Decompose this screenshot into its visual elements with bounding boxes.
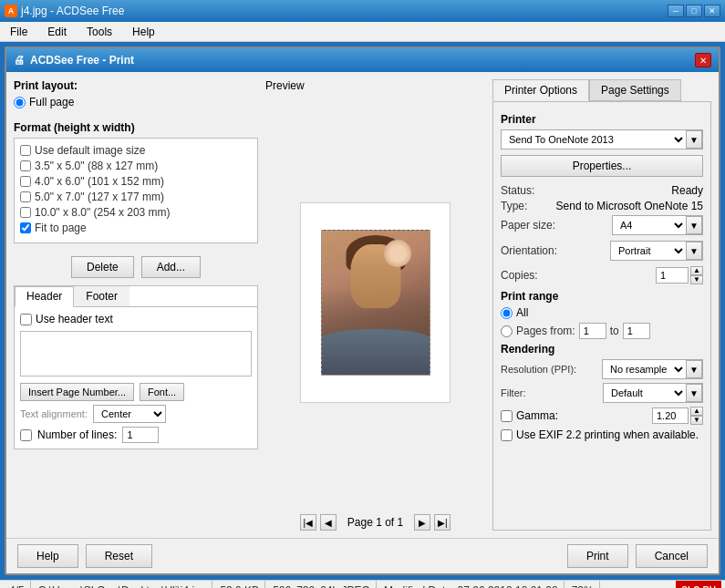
photo-shoulder	[322, 329, 430, 375]
first-page-button[interactable]: |◀	[300, 514, 316, 531]
format-option-0: Use default image size	[20, 144, 252, 157]
copies-down-button[interactable]: ▼	[690, 275, 703, 284]
paper-size-select-wrap: A4LetterLegal ▼	[612, 215, 703, 235]
next-page-button[interactable]: ▶	[414, 514, 430, 531]
gamma-up-button[interactable]: ▲	[690, 407, 703, 416]
resolution-row: Resolution (PPI): No resample72150300 ▼	[501, 359, 703, 379]
font-button[interactable]: Font...	[140, 383, 184, 401]
prev-page-button[interactable]: ◀	[320, 514, 337, 531]
format-btn-row: Delete Add...	[14, 256, 258, 278]
filter-select[interactable]: DefaultBicubicBilinear	[604, 384, 686, 402]
format-checkbox-4[interactable]	[20, 207, 31, 218]
filter-arrow[interactable]: ▼	[686, 384, 702, 402]
format-checkbox-0[interactable]	[20, 145, 31, 156]
orientation-select[interactable]: PortraitLandscape	[611, 242, 686, 260]
full-page-radio-row: Full page	[14, 96, 258, 108]
footer-tab[interactable]: Footer	[74, 286, 129, 306]
last-page-button[interactable]: ▶|	[434, 514, 451, 531]
format-option-4: 10.0" x 8.0" (254 x 203 mm)	[20, 206, 252, 219]
dialog-close-button[interactable]: ✕	[695, 53, 711, 67]
orientation-label: Orientation:	[501, 244, 574, 257]
close-button[interactable]: ✕	[704, 5, 720, 17]
right-panel-content: Printer Send To OneNote 2013 ▼ Propertie…	[492, 102, 711, 531]
paper-size-arrow[interactable]: ▼	[686, 216, 702, 234]
orientation-select-wrap: PortraitLandscape ▼	[610, 241, 703, 261]
gamma-checkbox[interactable]	[501, 410, 513, 422]
title-bar: A j4.jpg - ACDSee Free ─ □ ✕	[0, 0, 725, 22]
resolution-select-wrap: No resample72150300 ▼	[602, 359, 703, 379]
text-alignment-select[interactable]: Center Left Right	[93, 405, 166, 423]
rendering-section: Resolution (PPI): No resample72150300 ▼ …	[501, 359, 703, 441]
photo-face	[350, 244, 400, 308]
preview-photo	[321, 230, 430, 376]
gamma-wrap: ▲ ▼	[652, 407, 703, 425]
use-header-text-label: Use header text	[36, 313, 113, 325]
pages-from-radio[interactable]	[501, 325, 513, 337]
main-window: 🖨 ACDSee Free - Print ✕ Print layout: Fu…	[5, 46, 720, 575]
footer-left-buttons: Help Reset	[17, 544, 152, 568]
printer-icon: 🖨	[14, 54, 25, 67]
menu-tools[interactable]: Tools	[81, 24, 118, 40]
use-header-text-checkbox[interactable]	[20, 314, 32, 325]
delete-button[interactable]: Delete	[71, 256, 134, 278]
print-button[interactable]: Print	[567, 544, 628, 568]
number-of-lines-input[interactable]	[122, 427, 159, 443]
format-label-2: 4.0" x 6.0" (101 x 152 mm)	[35, 175, 164, 188]
type-value: Send to Microsoft OneNote 15	[556, 200, 703, 212]
paper-size-select[interactable]: A4LetterLegal	[613, 216, 686, 234]
gamma-input[interactable]	[652, 407, 689, 424]
status-row: Status: Ready	[501, 184, 703, 197]
add-button[interactable]: Add...	[141, 256, 201, 278]
gamma-down-button[interactable]: ▼	[690, 416, 703, 425]
pages-from-input[interactable]	[579, 323, 606, 339]
menu-edit[interactable]: Edit	[42, 24, 72, 40]
cancel-button[interactable]: Cancel	[636, 544, 708, 568]
dialog-title-text: ACDSee Free - Print	[30, 54, 134, 67]
gamma-label: Gamma:	[516, 409, 558, 422]
preview-paper	[300, 202, 451, 403]
printer-options-tab[interactable]: Printer Options	[492, 79, 589, 101]
copies-input[interactable]	[656, 267, 689, 284]
gamma-spin-btns: ▲ ▼	[690, 407, 703, 425]
help-button[interactable]: Help	[17, 544, 78, 568]
maximize-button[interactable]: □	[686, 5, 702, 17]
right-panel: Printer Options Page Settings Printer Se…	[492, 79, 711, 531]
all-radio[interactable]	[501, 307, 513, 319]
format-label-3: 5.0" x 7.0" (127 x 177 mm)	[35, 191, 164, 203]
all-label: All	[516, 306, 528, 319]
format-checkbox-5[interactable]	[20, 222, 31, 233]
reset-button[interactable]: Reset	[86, 544, 152, 568]
header-tab[interactable]: Header	[15, 286, 74, 307]
right-panel-tabs: Printer Options Page Settings	[492, 79, 711, 102]
orientation-arrow[interactable]: ▼	[686, 242, 702, 260]
menu-file[interactable]: File	[5, 24, 33, 40]
format-label-5: Fit to page	[35, 222, 87, 234]
status-bar: 4/5 C:\Users\SLO.ru\Desktop\Uli\j4.jpg 5…	[0, 580, 725, 588]
minimize-button[interactable]: ─	[668, 5, 684, 17]
header-textarea[interactable]	[20, 331, 252, 377]
menu-help[interactable]: Help	[127, 24, 161, 40]
printer-select-arrow[interactable]: ▼	[686, 130, 702, 149]
window-title: j4.jpg - ACDSee Free	[21, 5, 124, 17]
number-of-lines-checkbox[interactable]	[20, 429, 32, 441]
format-checkbox-2[interactable]	[20, 176, 31, 187]
format-checkbox-3[interactable]	[20, 191, 31, 202]
printer-select[interactable]: Send To OneNote 2013	[502, 130, 686, 149]
text-alignment-label: Text alignment:	[20, 408, 88, 419]
use-exif-checkbox[interactable]	[501, 429, 513, 441]
full-page-radio[interactable]	[14, 97, 26, 108]
format-label-4: 10.0" x 8.0" (254 x 203 mm)	[35, 206, 171, 219]
format-checkbox-1[interactable]	[20, 160, 31, 171]
print-layout-label: Print layout:	[14, 79, 258, 92]
resolution-arrow[interactable]: ▼	[686, 360, 702, 378]
resolution-select[interactable]: No resample72150300	[603, 360, 686, 378]
gamma-row: Gamma: ▲ ▼	[501, 407, 703, 425]
preview-area	[265, 98, 485, 507]
insert-page-number-button[interactable]: Insert Page Number...	[20, 383, 134, 401]
copies-up-button[interactable]: ▲	[690, 266, 703, 275]
format-label: Format (height x width)	[14, 121, 258, 134]
page-settings-tab[interactable]: Page Settings	[589, 79, 681, 101]
pages-to-input[interactable]	[623, 323, 650, 339]
text-alignment-row: Text alignment: Center Left Right	[20, 405, 252, 423]
properties-button[interactable]: Properties...	[501, 155, 703, 177]
